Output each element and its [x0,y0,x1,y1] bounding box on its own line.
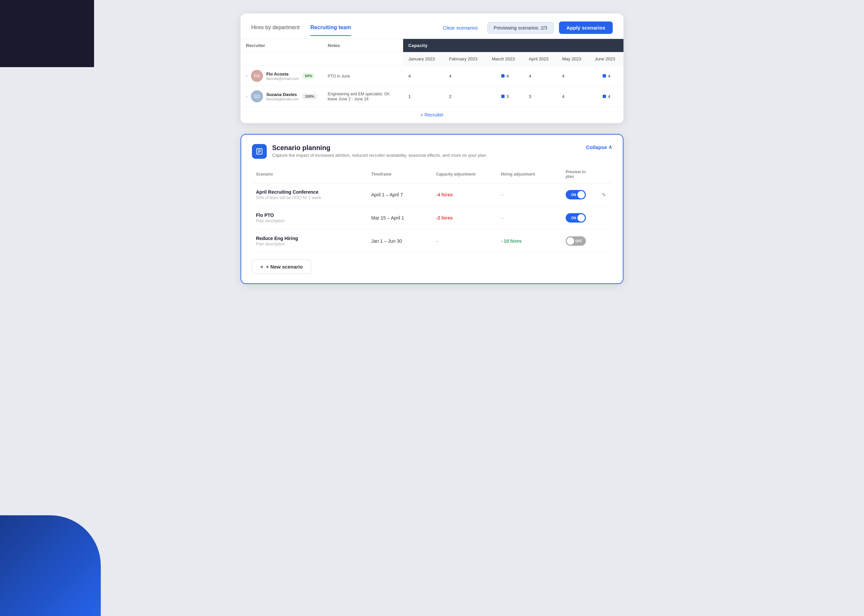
recruiter-email-flo: facosta@email.com [266,77,299,80]
capacity-may-suzana: 4 [557,86,589,107]
notes-text-suzana: Engineering and EM specialist. On leave … [328,92,390,101]
new-scenario-label: + New scenario [266,264,303,270]
toggle-off-label-reduce-eng: OFF [575,239,582,243]
bg-blue-blob [0,515,101,616]
capacity-jan-suzana: 1 [403,86,444,107]
new-scenario-button[interactable]: + + New scenario [252,259,311,274]
recruiter-info-flo: Flo Acosta facosta@email.com [266,72,299,80]
notes-cell-suzana: Engineering and EM specialist. On leave … [323,86,403,107]
chevron-icon-flo[interactable]: › [246,73,248,79]
header-actions: Clear scenarios Previewing scenarios: 2/… [439,22,613,39]
scenario-name-april: April Recruiting Conference [256,189,363,195]
scenario-table: Scenario Timeframe Capacity adjustment H… [252,167,612,253]
timeframe-flo-pto: Mar 15 – April 1 [367,206,432,229]
col-header-recruiter: Recruiter [241,39,323,52]
capacity-jun-suzana: 4 [590,86,623,107]
scenario-icon [252,144,267,159]
collapse-label: Collapse [586,145,607,150]
hiring-adj-value-flo-pto: – [501,215,503,220]
toggle-reduce-eng[interactable]: OFF [566,236,586,246]
scenario-row-flo-pto: Flo PTO Plan description Mar 15 – April … [252,206,612,229]
scenario-subdesc-april: 50% of team will be OOO for 1 week [256,195,363,200]
spacer-notes [323,52,403,66]
toggle-april[interactable]: ON [566,190,586,200]
col-header-hiring-adj: Hiring adjustment [497,167,562,183]
notes-cell-flo: PTO in June [323,66,403,86]
scenario-name-cell-reduce-eng: Reduce Eng Hiring Plan description [252,229,367,253]
timeframe-reduce-eng: Jan 1 – Jun 30 [367,229,432,253]
col-header-timeframe: Timeframe [367,167,432,183]
toggle-cell-reduce-eng: OFF [562,229,598,253]
collapse-button[interactable]: Collapse ∧ [586,144,612,150]
scenario-subdesc-flo-pto: Plan description [256,218,363,223]
capacity-adj-april: -4 hires [432,183,497,206]
tabs: Hires by department Recruiting team [251,25,351,36]
hiring-adj-april: – [497,183,562,206]
scenario-title-text: Scenario planning Capture the impact of … [272,144,487,158]
scenario-name-cell-april: April Recruiting Conference 50% of team … [252,183,367,206]
apply-scenarios-button[interactable]: Apply scenarios [559,22,613,34]
scenario-title-heading: Scenario planning [272,144,487,152]
capacity-mar-suzana: 3 [486,86,523,107]
blue-indicator [501,95,505,98]
blue-indicator [603,74,606,77]
recruiter-info-suzana: Suzana Davies facosta@email.com [266,92,299,101]
capacity-adj-reduce-eng: – [432,229,497,253]
month-mar: March 2023 [486,52,523,66]
badge-flo: 50% [302,73,315,79]
avatar-suzana: SD [251,90,263,102]
chevron-icon-suzana[interactable]: › [246,94,248,99]
edit-cell-reduce-eng [598,229,612,253]
scenario-name-flo-pto: Flo PTO [256,212,363,218]
toggle-on-label-april: ON [571,193,576,197]
notes-text-flo: PTO in June [328,74,350,79]
blue-indicator [603,95,606,98]
recruiter-cell-suzana: › SD Suzana Davies facosta@email.com 100… [241,86,323,107]
tab-recruiting-team[interactable]: Recruiting team [311,25,351,36]
scenario-title-row: Scenario planning Capture the impact of … [252,144,487,159]
table-row: › FA Flo Acosta facosta@email.com 50% PT… [241,66,623,86]
capacity-adj-value-april: -4 hires [436,192,453,197]
month-may: May 2023 [557,52,589,66]
page-wrapper: Hires by department Recruiting team Clea… [241,13,623,284]
col-header-actions [598,167,612,183]
capacity-jan-flo: 4 [403,66,444,86]
toggle-cell-april: ON [562,183,598,206]
scenario-name-cell-flo-pto: Flo PTO Plan description [252,206,367,229]
add-recruiter-cell[interactable]: + Recruiter [241,107,623,123]
capacity-mar-flo: 4 [486,66,523,86]
toggle-knob-april [577,191,585,198]
timeframe-april: April 1 – April 7 [367,183,432,206]
bg-dark-corner [0,0,94,67]
recruiter-name-flo: Flo Acosta [266,72,299,77]
tab-hires-by-department[interactable]: Hires by department [251,25,300,36]
toggle-wrapper-reduce-eng: OFF [566,236,594,246]
col-header-capacity-adj: Capacity adjustment [432,167,497,183]
clear-scenarios-button[interactable]: Clear scenarios [439,23,482,33]
top-card-header: Hires by department Recruiting team Clea… [241,13,623,39]
capacity-may-flo: 4 [557,66,589,86]
recruiter-name-suzana: Suzana Davies [266,92,299,97]
preview-scenarios-button[interactable]: Previewing scenarios: 2/3 [487,22,554,34]
col-header-notes: Notes [323,39,403,52]
recruiter-table: Recruiter Notes Capacity January 2023 Fe… [241,39,623,123]
scenario-row-reduce-eng: Reduce Eng Hiring Plan description Jan 1… [252,229,612,253]
edit-icon-april[interactable]: ✎ [602,192,606,198]
scenario-name-reduce-eng: Reduce Eng Hiring [256,236,363,241]
month-apr: April 2023 [523,52,557,66]
month-jan: January 2023 [403,52,444,66]
top-card: Hires by department Recruiting team Clea… [241,13,623,123]
toggle-knob-reduce-eng [567,237,574,245]
capacity-adj-value-reduce-eng: – [436,238,439,244]
toggle-knob-flo-pto [577,214,585,222]
toggle-flo-pto[interactable]: ON [566,213,586,223]
scenario-planning-card: Scenario planning Capture the impact of … [241,134,623,284]
chevron-up-icon: ∧ [609,144,612,150]
scenario-subdesc-reduce-eng: Plan description [256,242,363,247]
scenario-description: Capture the impact of increased attritio… [272,153,487,158]
toggle-wrapper-april: ON [566,190,594,200]
capacity-apr-flo: 4 [523,66,557,86]
edit-cell-flo-pto [598,206,612,229]
add-recruiter-row[interactable]: + Recruiter [241,107,623,123]
spacer-recruiter [241,52,323,66]
